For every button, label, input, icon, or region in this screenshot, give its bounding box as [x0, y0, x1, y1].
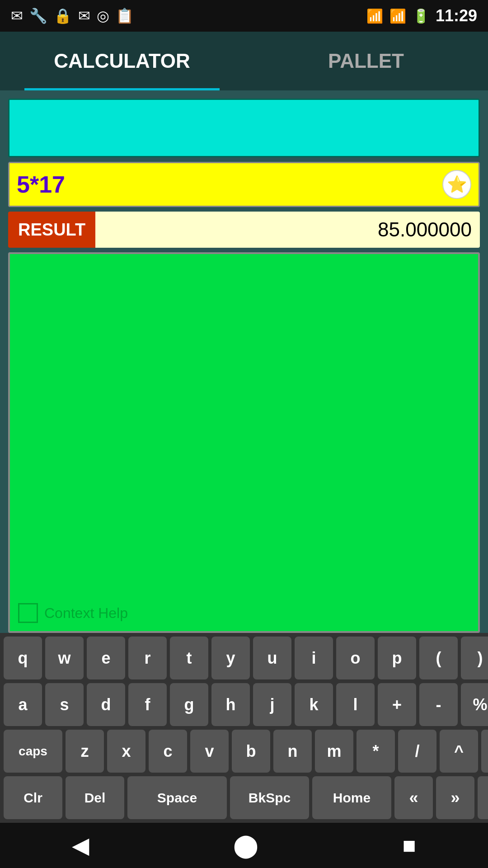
mail-icon: ✉ [11, 7, 23, 24]
recent-button[interactable]: ■ [402, 832, 416, 859]
result-row: RESULT 85.000000 [8, 212, 480, 248]
mail2-icon: ✉ [78, 7, 90, 24]
key-f[interactable]: f [128, 683, 167, 726]
key-l[interactable]: l [336, 683, 375, 726]
display-area [8, 99, 480, 157]
kb-row-3: caps z x c v b n m * / ^ 1 2 3 [4, 730, 484, 773]
key-t[interactable]: t [170, 637, 208, 679]
key-a[interactable]: a [4, 683, 42, 726]
lock-icon: 🔒 [54, 7, 72, 24]
circle-icon: ◎ [97, 7, 109, 24]
output-area: Context Help [8, 252, 480, 633]
home-button[interactable]: ⬤ [233, 832, 258, 859]
key-n[interactable]: n [273, 730, 312, 773]
key-left-arrow[interactable]: « [394, 776, 433, 819]
status-right: 📶 📶 🔋 11:29 [366, 6, 477, 25]
battery-icon: 🔋 [413, 8, 429, 24]
key-i[interactable]: i [295, 637, 333, 679]
nav-bar: ◀ ⬤ ■ [0, 823, 488, 868]
key-u[interactable]: u [253, 637, 291, 679]
context-help: Context Help [18, 603, 128, 623]
key-q[interactable]: q [4, 637, 42, 679]
signal-icon: 📶 [389, 8, 406, 24]
key-rparen[interactable]: ) [461, 637, 488, 679]
star-icon: ⭐ [447, 175, 467, 194]
key-bkspc[interactable]: BkSpc [230, 776, 309, 819]
main-content: ⭐ RESULT 85.000000 Context Help [0, 90, 488, 633]
key-asterisk[interactable]: * [357, 730, 395, 773]
key-v[interactable]: v [190, 730, 229, 773]
key-caps[interactable]: caps [4, 730, 62, 773]
key-b[interactable]: b [232, 730, 270, 773]
key-r[interactable]: r [128, 637, 167, 679]
key-e[interactable]: e [87, 637, 125, 679]
key-c[interactable]: c [149, 730, 187, 773]
key-end[interactable]: End [478, 776, 488, 819]
key-d[interactable]: d [87, 683, 125, 726]
context-help-checkbox[interactable] [18, 603, 38, 623]
key-del[interactable]: Del [66, 776, 124, 819]
key-minus[interactable]: - [419, 683, 458, 726]
key-lparen[interactable]: ( [419, 637, 458, 679]
input-row: ⭐ [8, 162, 480, 207]
kb-row-4: Clr Del Space BkSpc Home « » End . 0 [4, 776, 484, 819]
wrench-icon: 🔧 [29, 7, 47, 24]
kb-row-2: a s d f g h j k l + - % 4 5 6 [4, 683, 484, 726]
wifi-icon: 📶 [366, 8, 383, 24]
key-1[interactable]: 1 [481, 730, 488, 773]
key-p[interactable]: p [378, 637, 416, 679]
key-o[interactable]: o [336, 637, 375, 679]
result-label: RESULT [8, 212, 95, 248]
tab-calculator[interactable]: CALCULATOR [0, 32, 244, 90]
key-k[interactable]: k [295, 683, 333, 726]
key-caret[interactable]: ^ [440, 730, 478, 773]
result-value: 85.000000 [95, 212, 480, 248]
key-plus[interactable]: + [378, 683, 416, 726]
key-space[interactable]: Space [127, 776, 227, 819]
key-j[interactable]: j [253, 683, 291, 726]
key-g[interactable]: g [170, 683, 208, 726]
tab-pallet[interactable]: PALLET [244, 32, 488, 90]
key-y[interactable]: y [211, 637, 250, 679]
key-right-arrow[interactable]: » [436, 776, 474, 819]
key-z[interactable]: z [66, 730, 104, 773]
key-x[interactable]: x [107, 730, 145, 773]
status-bar: ✉ 🔧 🔒 ✉ ◎ 📋 📶 📶 🔋 11:29 [0, 0, 488, 32]
context-help-label: Context Help [44, 605, 128, 622]
key-home[interactable]: Home [312, 776, 391, 819]
expression-input[interactable] [17, 171, 442, 198]
time-display: 11:29 [436, 6, 477, 25]
key-w[interactable]: w [45, 637, 84, 679]
keyboard: q w e r t y u i o p ( ) 7 8 9 a s d f g … [0, 633, 488, 823]
key-m[interactable]: m [315, 730, 353, 773]
key-h[interactable]: h [211, 683, 250, 726]
clipboard-icon: 📋 [116, 7, 134, 24]
key-s[interactable]: s [45, 683, 84, 726]
status-icons-left: ✉ 🔧 🔒 ✉ ◎ 📋 [11, 7, 134, 24]
key-slash[interactable]: / [398, 730, 436, 773]
back-button[interactable]: ◀ [72, 832, 89, 859]
key-clr[interactable]: Clr [4, 776, 62, 819]
star-button[interactable]: ⭐ [442, 170, 471, 199]
kb-row-1: q w e r t y u i o p ( ) 7 8 9 [4, 637, 484, 679]
key-percent[interactable]: % [461, 683, 488, 726]
tabs-container: CALCULATOR PALLET [0, 32, 488, 90]
